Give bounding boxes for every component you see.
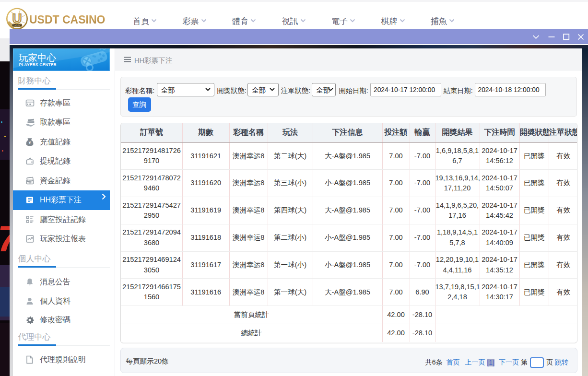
svg-text:CASINO: CASINO — [13, 24, 22, 27]
svg-text:¥: ¥ — [28, 141, 31, 145]
